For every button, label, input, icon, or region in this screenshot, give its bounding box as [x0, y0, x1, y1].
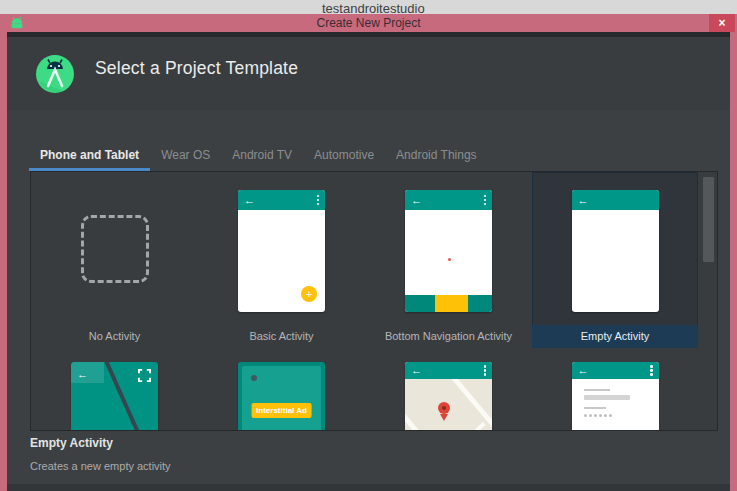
template-cell-fullscreen-activity[interactable]: ← [31, 348, 198, 431]
kebab-menu-icon [484, 365, 487, 376]
template-label: No Activity [31, 325, 198, 348]
password-dots [584, 414, 612, 417]
window-title: Create New Project [0, 14, 737, 32]
template-label: Bottom Navigation Activity [365, 325, 532, 348]
appbar: ← [572, 190, 659, 210]
admob-thumbnail: Interstitial Ad [198, 348, 365, 431]
bottom-navigation-thumbnail: ← [365, 172, 532, 325]
ad-screen: Interstitial Ad [242, 366, 321, 431]
kebab-menu-icon [317, 195, 320, 206]
close-icon: × [709, 14, 735, 32]
template-cell-no-activity[interactable]: No Activity [31, 172, 198, 348]
android-studio-logo-icon [36, 55, 74, 93]
close-button[interactable]: × [709, 14, 735, 32]
bottom-nav-bar [405, 295, 492, 312]
map-graphic [405, 379, 492, 431]
back-area: ← [71, 362, 104, 383]
maps-thumbnail: ← [365, 348, 532, 431]
red-dot [448, 258, 451, 261]
back-arrow-icon: ← [578, 365, 589, 376]
form-field-line [584, 389, 610, 391]
tab-label: Automotive [314, 148, 374, 162]
phone-mockup: ← [405, 190, 492, 312]
template-cell-bottom-navigation-activity[interactable]: ← Bottom Navigation Activity [365, 172, 532, 348]
template-cell-empty-activity[interactable]: ← Empty Activity [532, 172, 698, 348]
phone-mockup: ← [71, 362, 158, 431]
fab-plus-icon: + [301, 286, 317, 302]
basic-activity-thumbnail: ← + [198, 172, 365, 325]
interstitial-ad-button: Interstitial Ad [251, 403, 312, 418]
phone-mockup: ← [405, 362, 492, 431]
template-cell-admob-ads-activity[interactable]: Interstitial Ad [198, 348, 365, 431]
kebab-menu-icon [650, 365, 653, 376]
template-label-selected: Empty Activity [532, 325, 698, 348]
fullscreen-thumbnail: ← [31, 348, 198, 431]
window-titlebar: Create New Project × [0, 14, 737, 32]
back-arrow-icon: ← [77, 368, 88, 380]
footer-bottom-strip [7, 484, 730, 491]
background-window-title: testandroitestudio [322, 1, 425, 14]
back-arrow-icon: ← [411, 365, 422, 376]
dashed-square-icon [81, 215, 149, 283]
kebab-menu-icon [484, 195, 487, 206]
empty-activity-thumbnail: ← [532, 172, 698, 325]
appbar: ← [405, 190, 492, 210]
login-thumbnail: ← [532, 348, 698, 431]
tab-label: Android Things [396, 148, 477, 162]
tab-label: Wear OS [161, 148, 210, 162]
screen: testandroitestudio Create New Project × [0, 0, 737, 491]
background-window-titlebar[interactable]: testandroitestudio [0, 0, 737, 14]
tab-automotive[interactable]: Automotive [303, 142, 385, 172]
form-field-line [584, 407, 606, 409]
tab-label: Phone and Tablet [40, 148, 139, 162]
phone-mockup: ← [572, 190, 659, 312]
template-cell-basic-activity[interactable]: ← + Basic Activity [198, 172, 365, 348]
tab-android-things[interactable]: Android Things [385, 142, 488, 172]
phone-mockup: ← [572, 362, 659, 431]
fullscreen-icon [138, 369, 151, 382]
phone-mockup: ← + [238, 190, 325, 312]
tab-wear-os[interactable]: Wear OS [150, 142, 221, 172]
template-cell-google-maps-activity[interactable]: ← [365, 348, 532, 431]
template-list: No Activity ← + Basic Activity [30, 171, 718, 431]
back-arrow-icon: ← [244, 195, 255, 206]
page-title: Select a Project Template [95, 58, 298, 79]
appbar: ← [572, 362, 659, 379]
back-arrow-icon: ← [578, 195, 589, 206]
dialog-body: Select a Project Template Phone and Tabl… [7, 32, 730, 491]
selected-template-title: Empty Activity [30, 436, 113, 450]
appbar: ← [238, 190, 325, 210]
phone-mockup: Interstitial Ad [238, 362, 325, 431]
dot-icon [251, 375, 257, 381]
tab-label: Android TV [232, 148, 292, 162]
create-new-project-window: Create New Project × Select a Project [0, 14, 737, 491]
dialog-header: Select a Project Template [7, 37, 730, 110]
scrollbar-thumb[interactable] [703, 177, 714, 262]
map-pin-icon [438, 402, 450, 421]
template-label: Basic Activity [198, 325, 365, 348]
template-cell-login-activity[interactable]: ← [532, 348, 698, 431]
template-category-tabs: Phone and Tablet Wear OS Android TV Auto… [29, 142, 488, 172]
no-activity-thumbnail [31, 172, 198, 325]
form-input-bar [584, 395, 630, 400]
selected-template-description: Creates a new empty activity [30, 460, 171, 472]
appbar: ← [405, 362, 492, 379]
tab-android-tv[interactable]: Android TV [221, 142, 303, 172]
back-arrow-icon: ← [411, 195, 422, 206]
tab-phone-and-tablet[interactable]: Phone and Tablet [29, 142, 150, 172]
android-icon [9, 16, 25, 29]
